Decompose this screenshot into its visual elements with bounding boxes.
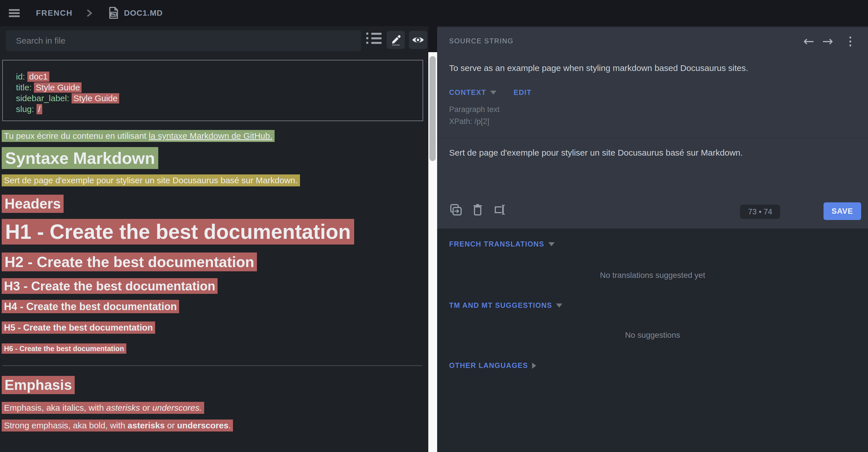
section-other-languages[interactable]: OTHER LANGUAGES [449,361,536,369]
string-sidebar-label[interactable]: Style Guide [71,93,119,103]
next-string-button[interactable]: → [818,34,837,47]
document-scrollbar[interactable] [428,52,437,452]
copy-icon [449,203,462,217]
string-h3[interactable]: H3 - Create the best documentation [2,278,218,294]
heading-h3: H3 - Create the best documentation [2,279,428,293]
copy-source-button[interactable] [449,203,462,217]
source-string-card: SOURCE STRING ← → ⋮ To serve as an examp… [437,27,868,229]
top-bar: FRENCH DOC1.MD [0,0,868,26]
translation-toolbar: 73 • 74 SAVE [437,197,868,229]
pencil-icon [390,34,402,45]
context-type: Paragraph text [449,103,500,116]
heading-h6: H6 - Create the best documentation [2,344,428,353]
headers-section-heading: Headers [2,196,428,212]
document-toolbar [0,26,428,51]
string-h1[interactable]: H1 - Create the best documentation [2,219,354,245]
string-slug[interactable]: / [36,104,42,114]
string-emphasis[interactable]: Emphasis [2,376,75,394]
breadcrumb-filename[interactable]: DOC1.MD [124,8,163,18]
string-intro-translated[interactable]: Tu peux écrire du contenu en utilisant l… [2,130,275,142]
breadcrumb-project[interactable]: FRENCH [36,8,73,18]
save-button[interactable]: SAVE [824,202,861,220]
previous-string-button[interactable]: ← [799,34,818,47]
chevron-down-icon [548,242,555,246]
emphasis-section-heading: Emphasis [2,377,428,393]
string-id[interactable]: doc1 [27,71,49,82]
frontmatter-line: id: doc1 [16,71,411,82]
source-string-label: SOURCE STRING [449,37,514,45]
horizontal-rule [2,365,422,366]
translation-panel: SOURCE STRING ← → ⋮ To serve as an examp… [437,26,868,452]
breadcrumb-chevron-icon [85,8,94,18]
string-selected[interactable]: Sert de page d'exemple pour styliser un … [2,174,300,186]
trash-icon [472,203,483,217]
string-h5[interactable]: H5 - Create the best documentation [2,321,155,334]
frontmatter-line: sidebar_label: Style Guide [16,93,411,104]
markdown-file-icon [108,7,118,20]
frontmatter-line: slug: / [16,104,411,115]
frontmatter-block: id: doc1 title: Style Guide sidebar_labe… [2,60,423,121]
context-xpath: XPath: /p[2] [449,116,500,127]
chevron-down-icon [490,91,496,95]
chevron-down-icon [556,303,562,308]
heading-h5: H5 - Create the best documentation [2,323,428,333]
markdown-preview: id: doc1 title: Style Guide sidebar_labe… [0,60,428,430]
menu-icon[interactable] [9,9,20,17]
paragraph-strong: Strong emphasis, aka bold, with asterisk… [2,421,428,430]
preview-mode-button[interactable] [409,31,427,49]
char-counter: 73 • 74 [740,205,780,219]
paragraph-emphasis: Emphasis, aka italics, with asterisks or… [2,403,428,412]
eye-icon [412,35,424,44]
string-emphasis-italics[interactable]: Emphasis, aka italics, with asterisks or… [2,402,204,414]
string-headers[interactable]: Headers [2,195,64,213]
delete-translation-button[interactable] [472,203,483,217]
string-list-icon[interactable] [366,30,382,47]
edit-context-button[interactable]: EDIT [514,88,531,97]
context-toggle[interactable]: CONTEXT [449,88,486,97]
document-panel: id: doc1 title: Style Guide sidebar_labe… [0,26,428,452]
scrollbar-thumb[interactable] [429,56,436,161]
chevron-right-icon [532,362,536,369]
string-doc-title-translated[interactable]: Syntaxe Markdown [2,147,158,169]
string-strong-emphasis[interactable]: Strong emphasis, aka bold, with asterisk… [2,420,233,431]
markdown-link[interactable]: la syntaxe Markdown de GitHub. [149,131,273,140]
more-options-icon[interactable]: ⋮ [837,34,858,47]
string-h6[interactable]: H6 - Create the best documentation [2,344,126,354]
paragraph-intro: Tu peux écrire du contenu en utilisant l… [2,132,428,140]
string-h2[interactable]: H2 - Create the best documentation [2,253,257,271]
section-french-translations[interactable]: FRENCH TRANSLATIONS [449,240,555,248]
doc-title-heading: Syntaxe Markdown [2,149,428,167]
heading-h1: H1 - Create the best documentation [2,221,428,243]
search-input[interactable] [6,30,361,51]
string-title[interactable]: Style Guide [34,83,82,93]
paragraph-selected: Sert de page d'exemple pour styliser un … [2,176,428,185]
edit-mode-button[interactable] [387,31,405,49]
context-details: Paragraph text XPath: /p[2] [449,103,500,127]
insert-text-button[interactable] [493,203,507,217]
suggestions-empty-message: No suggestions [437,331,868,340]
source-text: To serve as an example page when styling… [449,62,851,74]
string-h4[interactable]: H4 - Create the best documentation [2,300,179,313]
heading-h4: H4 - Create the best documentation [2,301,428,312]
translations-empty-message: No translations suggested yet [437,271,868,280]
translation-input[interactable]: Sert de page d'exemple pour styliser un … [449,147,851,158]
section-tm-mt-suggestions[interactable]: TM AND MT SUGGESTIONS [449,301,562,310]
frontmatter-line: title: Style Guide [16,82,411,93]
heading-h2: H2 - Create the best documentation [2,254,428,270]
text-cursor-icon [493,203,507,217]
divider [437,138,868,138]
